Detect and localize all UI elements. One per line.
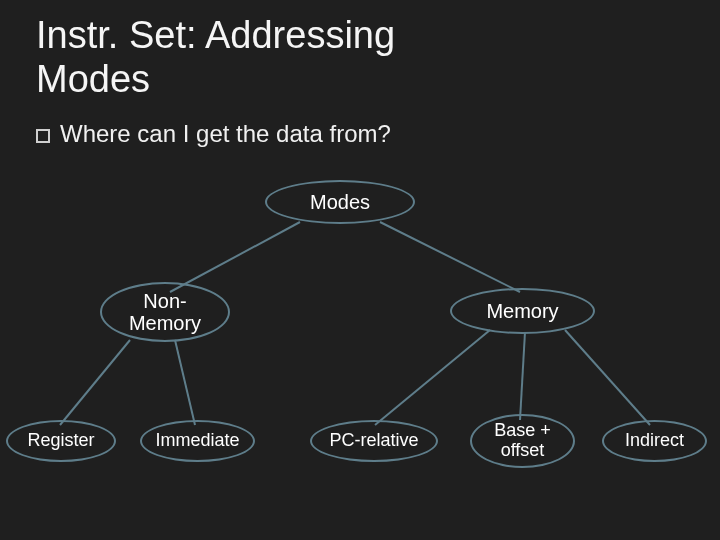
svg-line-0 (170, 222, 300, 292)
svg-line-2 (60, 340, 130, 425)
bullet-line: Where can I get the data from? (36, 120, 391, 148)
node-indirect: Indirect (602, 420, 707, 462)
node-immediate: Immediate (140, 420, 255, 462)
node-base-offset: Base + offset (470, 414, 575, 468)
node-modes-label: Modes (310, 191, 370, 213)
node-base-offset-label: Base + offset (494, 421, 551, 461)
node-pc-relative: PC-relative (310, 420, 438, 462)
node-pc-relative-label: PC-relative (329, 431, 418, 451)
svg-line-6 (565, 330, 650, 425)
svg-line-1 (380, 222, 520, 292)
title-line-2: Modes (36, 58, 150, 100)
svg-line-5 (520, 332, 525, 420)
node-register: Register (6, 420, 116, 462)
slide-title: Instr. Set: Addressing Modes (36, 14, 395, 101)
square-bullet-icon (36, 129, 50, 143)
node-memory: Memory (450, 288, 595, 334)
node-modes: Modes (265, 180, 415, 224)
node-non-memory: Non- Memory (100, 282, 230, 342)
title-line-1: Instr. Set: Addressing (36, 14, 395, 56)
node-non-memory-label: Non- Memory (129, 290, 201, 334)
svg-line-4 (375, 330, 490, 425)
svg-line-3 (175, 340, 195, 425)
node-indirect-label: Indirect (625, 431, 684, 451)
node-register-label: Register (27, 431, 94, 451)
bullet-text: Where can I get the data from? (60, 120, 391, 147)
node-immediate-label: Immediate (155, 431, 239, 451)
node-memory-label: Memory (486, 300, 558, 322)
